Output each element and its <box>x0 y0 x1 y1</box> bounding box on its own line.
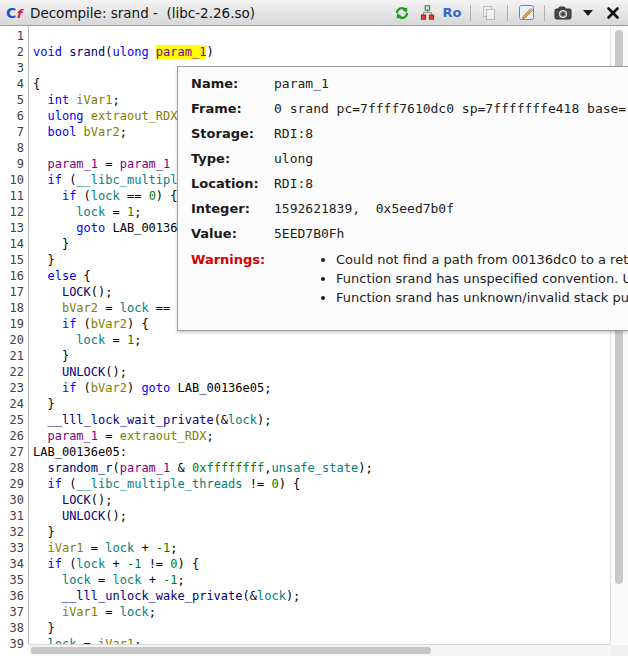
code-token[interactable] <box>33 125 47 139</box>
code-token[interactable]: ( <box>76 381 90 395</box>
code-token[interactable] <box>33 205 76 219</box>
code-token[interactable]: extraout_RDX <box>91 109 178 123</box>
code-token[interactable]: -1 <box>156 541 170 555</box>
code-token[interactable]: UNLOCK <box>62 509 105 523</box>
code-token[interactable]: param_1 <box>47 157 98 171</box>
code-token[interactable] <box>33 461 47 475</box>
code-token[interactable]: -1 <box>163 573 177 587</box>
code-line[interactable]: lock = 1; <box>33 332 373 348</box>
code-line[interactable]: LAB_00136e05: <box>33 444 373 460</box>
code-token[interactable]: + <box>141 573 163 587</box>
code-token[interactable]: ) { <box>127 317 149 331</box>
code-token[interactable] <box>33 285 62 299</box>
code-line[interactable]: void srand(ulong param_1) <box>33 44 373 60</box>
code-token[interactable]: ( <box>62 477 76 491</box>
code-token[interactable] <box>33 509 62 523</box>
code-token[interactable]: ulong <box>47 109 90 123</box>
code-token[interactable]: ) { <box>156 189 178 203</box>
close-icon[interactable] <box>604 4 622 22</box>
code-token[interactable]: == <box>120 189 149 203</box>
code-token[interactable]: = <box>98 157 120 171</box>
code-token[interactable]: bVar2 <box>91 381 127 395</box>
code-line[interactable]: iVar1 = lock; <box>33 604 373 620</box>
code-token[interactable] <box>33 493 62 507</box>
code-line[interactable]: if (lock + -1 != 0) { <box>33 556 373 572</box>
code-line[interactable]: LOCK(); <box>33 492 373 508</box>
code-token[interactable]: if <box>62 381 76 395</box>
code-token[interactable] <box>33 365 62 379</box>
code-token[interactable]: ) { <box>279 477 301 491</box>
horizontal-scrollbar-thumb[interactable] <box>31 647 431 654</box>
snapshot-icon[interactable] <box>554 4 572 22</box>
code-token[interactable]: & <box>170 461 192 475</box>
code-token[interactable]: extraout_RDX <box>120 429 207 443</box>
code-token[interactable]: + <box>105 557 127 571</box>
code-token[interactable]: = <box>105 205 127 219</box>
code-token[interactable]: goto <box>76 221 105 235</box>
code-token[interactable]: param_1 <box>47 429 98 443</box>
code-token[interactable]: srand <box>69 45 105 59</box>
code-token[interactable] <box>33 381 62 395</box>
code-token[interactable]: int <box>47 93 76 107</box>
code-token[interactable]: ; <box>170 541 177 555</box>
code-token[interactable] <box>33 269 47 283</box>
code-token[interactable]: == <box>149 301 178 315</box>
code-token[interactable]: ; <box>134 205 141 219</box>
code-line[interactable]: } <box>33 396 373 412</box>
code-token[interactable]: } <box>33 237 69 251</box>
code-line[interactable]: } <box>33 524 373 540</box>
code-token[interactable] <box>33 541 47 555</box>
code-token[interactable]: __lll_unlock_wake_private <box>62 589 243 603</box>
code-token[interactable]: param_1 <box>120 461 171 475</box>
code-token[interactable] <box>33 589 62 603</box>
code-token[interactable] <box>33 557 47 571</box>
code-token[interactable]: bVar2 <box>62 301 98 315</box>
code-token[interactable] <box>33 173 47 187</box>
code-token[interactable]: ); <box>358 461 372 475</box>
code-token[interactable]: 0xffffffff <box>192 461 264 475</box>
code-token[interactable] <box>33 301 62 315</box>
code-line[interactable]: srandom_r(param_1 & 0xffffffff,unsafe_st… <box>33 460 373 476</box>
code-token[interactable]: -1 <box>127 557 141 571</box>
code-token[interactable]: srandom_r <box>47 461 112 475</box>
code-line[interactable]: iVar1 = lock + -1; <box>33 540 373 556</box>
code-token[interactable]: param_1 <box>120 157 171 171</box>
dropdown-icon[interactable] <box>579 4 597 22</box>
code-token[interactable]: lock <box>76 557 105 571</box>
code-token[interactable]: ) <box>206 45 213 59</box>
code-token[interactable]: ) <box>127 381 141 395</box>
code-token[interactable]: ; <box>178 573 185 587</box>
highlighted-param-token[interactable]: param_1 <box>156 45 207 59</box>
code-token[interactable]: if <box>47 173 61 187</box>
code-token[interactable]: ); <box>257 413 271 427</box>
code-token[interactable]: lock <box>120 301 149 315</box>
code-token[interactable] <box>33 157 47 171</box>
code-token[interactable] <box>105 221 112 235</box>
code-token[interactable]: UNLOCK <box>62 365 105 379</box>
edit-icon[interactable] <box>517 4 535 22</box>
code-token[interactable]: iVar1 <box>76 93 112 107</box>
code-token[interactable]: 0 <box>170 557 177 571</box>
code-token[interactable]: { <box>33 77 40 91</box>
code-line[interactable]: } <box>33 620 373 636</box>
code-token[interactable]: 0 <box>271 477 278 491</box>
code-token[interactable] <box>33 317 62 331</box>
code-token[interactable]: ; <box>120 125 127 139</box>
code-token[interactable]: = <box>98 301 120 315</box>
code-token[interactable]: if <box>62 189 76 203</box>
code-token[interactable]: lock <box>113 573 142 587</box>
code-token[interactable]: ; <box>134 333 141 347</box>
code-token[interactable]: (& <box>214 413 228 427</box>
code-token[interactable]: lock <box>91 189 120 203</box>
code-token[interactable]: ( <box>112 461 119 475</box>
code-token[interactable]: ) { <box>178 557 200 571</box>
code-token[interactable]: bVar2 <box>91 317 127 331</box>
code-token[interactable]: ( <box>62 557 76 571</box>
code-token[interactable]: void <box>33 45 69 59</box>
code-token[interactable] <box>33 109 47 123</box>
code-token[interactable]: lock <box>120 605 149 619</box>
code-token[interactable]: bVar2 <box>84 125 120 139</box>
code-token[interactable]: } <box>33 253 55 267</box>
refresh-icon[interactable] <box>393 4 411 22</box>
code-token[interactable]: = <box>91 573 113 587</box>
